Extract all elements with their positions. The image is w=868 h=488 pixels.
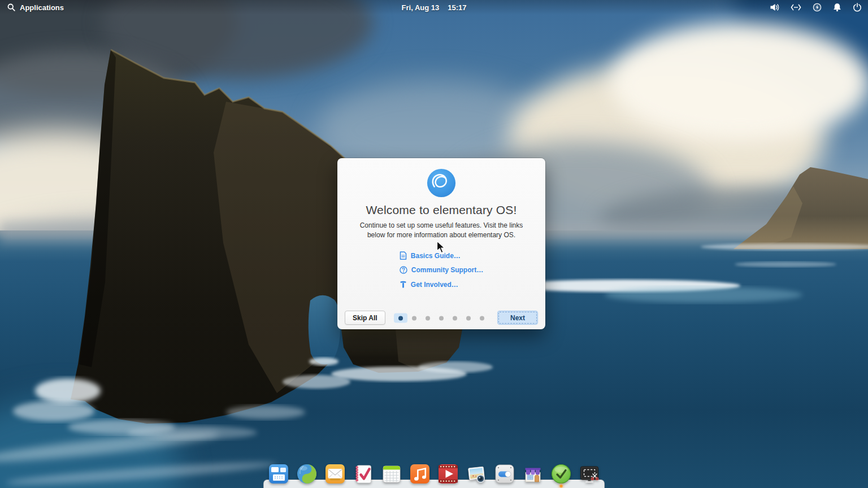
hammer-icon xyxy=(400,280,407,289)
dock-item-web-browser-icon[interactable] xyxy=(296,463,318,485)
mouse-cursor xyxy=(436,241,446,254)
clock[interactable]: Fri, Aug 13 15:17 xyxy=(402,0,467,15)
get-involved-link[interactable]: Get Involved… xyxy=(400,280,458,289)
dock-item-system-settings-icon[interactable] xyxy=(493,463,516,485)
notifications-bell-icon[interactable] xyxy=(833,3,841,12)
applications-label: Applications xyxy=(20,3,64,12)
dock-item-multitasking-icon[interactable] xyxy=(267,463,290,485)
dock xyxy=(263,452,605,488)
session-power-icon[interactable] xyxy=(853,3,862,12)
dialog-title: Welcome to elementary OS! xyxy=(337,203,545,217)
panel-time: 15:17 xyxy=(448,3,466,12)
page-dot-2[interactable] xyxy=(421,313,435,323)
power-circle-icon[interactable] xyxy=(813,3,822,12)
top-panel: Applications Fri, Aug 13 15:17 xyxy=(0,0,868,15)
dock-item-updates-check-icon[interactable] xyxy=(550,463,572,485)
community-support-link[interactable]: Community Support… xyxy=(400,266,483,274)
dock-item-appcenter-icon[interactable] xyxy=(522,463,544,485)
dock-item-photos-icon[interactable] xyxy=(465,463,488,485)
system-tray xyxy=(770,3,863,12)
dock-item-tasks-icon[interactable] xyxy=(352,463,375,485)
search-icon xyxy=(7,3,15,11)
page-dots xyxy=(394,313,489,323)
document-icon xyxy=(400,251,407,260)
page-dot-0[interactable] xyxy=(394,313,407,323)
network-icon[interactable] xyxy=(791,3,801,11)
page-dot-4[interactable] xyxy=(448,313,462,323)
dock-item-videos-icon[interactable] xyxy=(437,463,459,485)
page-dot-6[interactable] xyxy=(475,313,489,323)
dock-item-calendar-icon[interactable] xyxy=(380,463,403,485)
dialog-links: Basics Guide… Community Support… Ge xyxy=(337,251,545,289)
page-dot-3[interactable] xyxy=(435,313,448,323)
elementary-logo-icon xyxy=(426,168,457,198)
dialog-action-bar: Skip All Next xyxy=(345,311,538,325)
dialog-subtitle: Continue to set up some useful features.… xyxy=(353,221,530,240)
dock-item-screenshot-tool-icon[interactable] xyxy=(578,463,601,485)
next-button[interactable]: Next xyxy=(497,311,538,325)
panel-date: Fri, Aug 13 xyxy=(402,3,440,12)
basics-guide-link[interactable]: Basics Guide… xyxy=(400,251,461,260)
dock-item-music-icon[interactable] xyxy=(409,463,431,485)
applications-menu[interactable]: Applications xyxy=(5,2,66,13)
page-dot-5[interactable] xyxy=(462,313,475,323)
skip-all-button[interactable]: Skip All xyxy=(345,311,385,325)
help-icon xyxy=(400,266,407,274)
page-dot-1[interactable] xyxy=(407,313,421,323)
dock-item-mail-icon[interactable] xyxy=(324,463,346,485)
desktop: Applications Fri, Aug 13 15:17 xyxy=(0,0,868,488)
volume-icon[interactable] xyxy=(770,3,779,12)
